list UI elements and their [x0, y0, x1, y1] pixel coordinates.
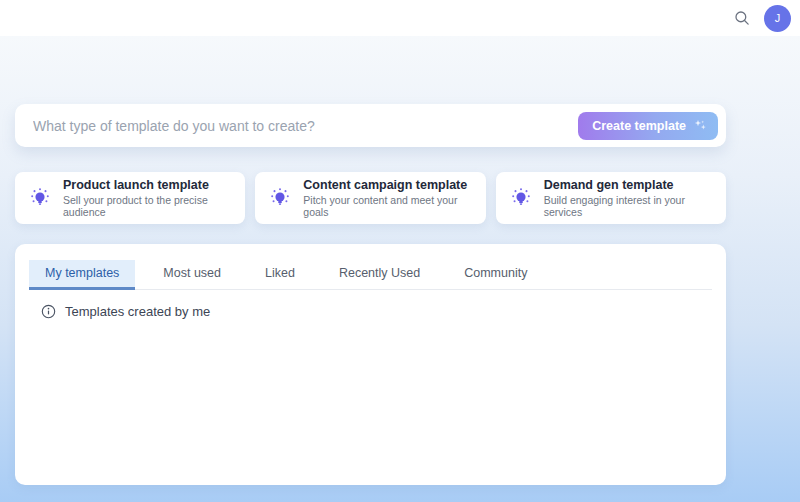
create-template-label: Create template: [592, 119, 686, 133]
template-prompt-input[interactable]: [33, 118, 578, 134]
empty-state-row: Templates created by me: [41, 304, 712, 319]
tab-recently-used[interactable]: Recently Used: [323, 260, 436, 290]
templates-panel: My templates Most used Liked Recently Us…: [15, 244, 726, 485]
empty-state-label: Templates created by me: [65, 304, 210, 319]
create-template-button[interactable]: Create template: [578, 112, 718, 140]
template-suggestions: Product launch template Sell your produc…: [15, 172, 726, 224]
tab-my-templates[interactable]: My templates: [29, 260, 135, 290]
tab-most-used[interactable]: Most used: [147, 260, 237, 290]
lightbulb-icon: [269, 187, 291, 209]
card-title: Demand gen template: [544, 178, 714, 192]
card-title: Product launch template: [63, 178, 233, 192]
sparkles-icon: [693, 118, 708, 133]
page-background: Create template: [0, 36, 800, 502]
card-demand-gen-template[interactable]: Demand gen template Build engaging inter…: [496, 172, 726, 224]
templates-tabs: My templates Most used Liked Recently Us…: [29, 260, 712, 290]
lightbulb-icon: [29, 187, 51, 209]
card-title: Content campaign template: [303, 178, 473, 192]
lightbulb-icon: [510, 187, 532, 209]
card-content-campaign-template[interactable]: Content campaign template Pitch your con…: [255, 172, 485, 224]
tab-community[interactable]: Community: [448, 260, 543, 290]
search-icon[interactable]: [730, 6, 754, 30]
card-subtitle: Build engaging interest in your services: [544, 194, 714, 218]
card-subtitle: Pitch your content and meet your goals: [303, 194, 473, 218]
top-bar: J: [0, 0, 800, 36]
card-product-launch-template[interactable]: Product launch template Sell your produc…: [15, 172, 245, 224]
tab-liked[interactable]: Liked: [249, 260, 311, 290]
card-subtitle: Sell your product to the precise audienc…: [63, 194, 233, 218]
info-icon: [41, 304, 56, 319]
avatar[interactable]: J: [764, 5, 791, 32]
template-prompt-bar: Create template: [15, 104, 726, 147]
